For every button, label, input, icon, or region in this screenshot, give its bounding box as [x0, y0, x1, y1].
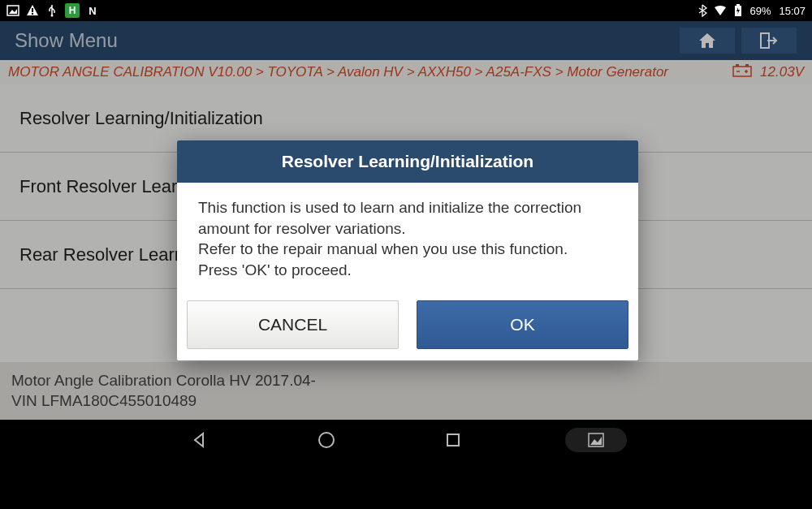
dialog-text-line: Refer to the repair manual when you use … [198, 239, 617, 260]
dialog-body: This function is used to learn and initi… [177, 183, 638, 300]
app-icon: H [65, 3, 80, 18]
usb-icon [45, 4, 58, 17]
confirmation-dialog: Resolver Learning/Initialization This fu… [177, 140, 638, 360]
bluetooth-icon [696, 4, 709, 17]
cancel-button[interactable]: CANCEL [187, 300, 399, 349]
battery-percent: 69% [749, 5, 771, 17]
dialog-text-line: This function is used to learn and initi… [198, 197, 617, 239]
n-icon: N [86, 4, 99, 17]
svg-marker-1 [9, 9, 17, 14]
svg-rect-3 [32, 8, 33, 12]
warning-icon [26, 4, 39, 17]
android-status-bar: H N 69% 15:07 [0, 0, 812, 21]
dialog-text-line: Press 'OK' to proceed. [198, 260, 617, 281]
ok-button[interactable]: OK [417, 300, 628, 349]
wifi-icon [714, 4, 727, 17]
svg-rect-7 [736, 4, 740, 6]
svg-point-5 [51, 15, 54, 17]
battery-charging-icon [732, 4, 745, 17]
image-icon [6, 4, 19, 17]
clock-time: 15:07 [779, 5, 806, 17]
dialog-title: Resolver Learning/Initialization [177, 140, 638, 183]
svg-rect-4 [32, 13, 33, 15]
